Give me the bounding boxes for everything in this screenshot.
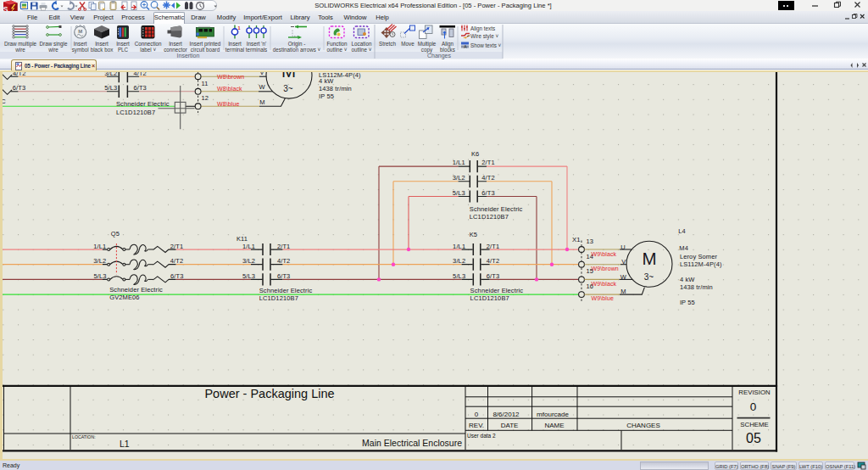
svg-text:W9\blue: W9\blue [592, 295, 614, 301]
svg-text:0: 0 [475, 411, 479, 418]
svg-text:1438 tr/min: 1438 tr/min [319, 85, 352, 92]
svg-text:6/T3: 6/T3 [133, 84, 147, 92]
svg-text:X1: X1 [572, 236, 581, 243]
svg-text:Schneider Electric: Schneider Electric [116, 100, 170, 108]
svg-text:label ˅: label ˅ [140, 47, 156, 53]
svg-text:LC1D1210B7: LC1D1210B7 [470, 294, 509, 302]
svg-text:LOCATION:: LOCATION: [72, 434, 96, 439]
svg-text:destination arrows ˅: destination arrows ˅ [273, 47, 321, 53]
svg-text:11: 11 [202, 80, 209, 87]
svg-text:LC1D1210B7: LC1D1210B7 [259, 294, 298, 302]
svg-text:PLC: PLC [118, 47, 129, 53]
svg-text:Changes: Changes [427, 53, 452, 59]
svg-text:Insertion: Insertion [177, 53, 200, 59]
svg-text:terminals: terminals [246, 47, 268, 53]
svg-text:GV2ME06: GV2ME06 [109, 294, 139, 301]
svg-text:LC1D1210B7: LC1D1210B7 [470, 213, 509, 221]
svg-text:outline ˅: outline ˅ [327, 47, 348, 53]
svg-text:3/L2: 3/L2 [93, 257, 106, 265]
svg-text:W9\brown: W9\brown [592, 266, 619, 271]
svg-text:8/6/2012: 8/6/2012 [492, 411, 520, 418]
svg-text:outline ˅: outline ˅ [352, 47, 372, 53]
svg-text:blocks: blocks [440, 47, 455, 53]
svg-text:Leroy Somer: Leroy Somer [680, 253, 718, 260]
svg-text:1/L1: 1/L1 [242, 243, 255, 250]
svg-text:Align texts: Align texts [470, 25, 495, 32]
svg-text:05: 05 [746, 431, 761, 445]
svg-text:connector: connector [164, 47, 187, 53]
svg-text:2/T1: 2/T1 [277, 243, 291, 250]
svg-text:1/L1: 1/L1 [453, 159, 465, 166]
svg-text:REV.: REV. [469, 422, 484, 429]
svg-text:Schneider Electric: Schneider Electric [470, 287, 524, 294]
svg-text:User data 2: User data 2 [467, 433, 496, 439]
svg-text:U: U [620, 243, 626, 251]
svg-text:4/T2: 4/T2 [487, 257, 500, 265]
svg-text:3~: 3~ [283, 84, 293, 93]
svg-text:4 kW: 4 kW [319, 77, 334, 85]
svg-text:W: W [620, 273, 627, 281]
svg-text:4/T2: 4/T2 [13, 72, 26, 77]
svg-text:W8\black: W8\black [217, 86, 242, 92]
svg-text:1/L1: 1/L1 [93, 243, 106, 250]
svg-text:3/L2: 3/L2 [453, 174, 465, 182]
svg-text:K6: K6 [471, 150, 479, 158]
svg-text:M: M [642, 249, 656, 268]
svg-text:4/T2: 4/T2 [133, 72, 147, 77]
svg-text:3/L2: 3/L2 [242, 257, 255, 265]
svg-text:L1: L1 [120, 439, 130, 449]
svg-text:M4: M4 [679, 244, 688, 252]
svg-text:4 kW: 4 kW [680, 276, 695, 283]
svg-text:M: M [620, 288, 626, 295]
svg-text:13: 13 [587, 238, 594, 245]
svg-text:4/T2: 4/T2 [277, 257, 291, 265]
svg-text:mfourcade: mfourcade [537, 411, 569, 418]
svg-text:2/T1: 2/T1 [170, 243, 184, 250]
svg-text:5/L3: 5/L3 [104, 84, 117, 92]
svg-text:circuit board: circuit board [191, 47, 220, 53]
svg-text:IP 55: IP 55 [680, 299, 695, 306]
svg-text:W9\black: W9\black [592, 281, 617, 287]
svg-text:5/L3: 5/L3 [242, 272, 255, 280]
svg-text:SCHEME: SCHEME [740, 421, 768, 428]
svg-text:K5: K5 [470, 231, 477, 238]
svg-text:LS112M-4P(4): LS112M-4P(4) [680, 260, 722, 268]
svg-text:NAME: NAME [544, 422, 564, 429]
svg-text:1438 tr/min: 1438 tr/min [680, 283, 713, 291]
svg-text:Q5: Q5 [111, 230, 120, 238]
svg-text:wire: wire [14, 47, 25, 53]
svg-text:Schneider Electric: Schneider Electric [109, 286, 163, 294]
svg-text:3/L2: 3/L2 [453, 257, 465, 265]
svg-text:wire: wire [47, 47, 58, 53]
svg-text:LC1D1210B7: LC1D1210B7 [116, 109, 155, 116]
svg-text:Show texts ˅: Show texts ˅ [470, 42, 502, 48]
svg-text:Move: Move [401, 41, 415, 47]
svg-text:W: W [259, 83, 266, 91]
svg-text:5/L3: 5/L3 [453, 189, 465, 197]
svg-text:1/L1: 1/L1 [453, 243, 465, 250]
svg-text:2/T1: 2/T1 [481, 159, 495, 166]
svg-text:6/T3: 6/T3 [170, 272, 184, 280]
svg-text:5/L3: 5/L3 [94, 272, 107, 280]
svg-text:6/T3: 6/T3 [487, 272, 500, 280]
svg-text:Stretch: Stretch [379, 41, 396, 47]
svg-text:W9\black: W9\black [592, 251, 617, 257]
svg-text:Wire style ˅: Wire style ˅ [470, 33, 498, 40]
svg-text:M: M [281, 72, 296, 81]
svg-text:M: M [78, 29, 82, 34]
svg-text:W8\brown: W8\brown [217, 74, 244, 80]
svg-text:C: C [3, 98, 6, 105]
svg-text:Schneider Electric: Schneider Electric [259, 287, 313, 294]
svg-text:symbol: symbol [72, 47, 89, 53]
svg-text:L4: L4 [678, 227, 686, 235]
svg-text:3~: 3~ [644, 272, 654, 282]
svg-text:DATE: DATE [501, 422, 519, 429]
svg-text:V: V [260, 72, 264, 76]
svg-text:6/T3: 6/T3 [277, 272, 291, 280]
svg-text:W8\blue: W8\blue [217, 101, 239, 107]
svg-text:IP 55: IP 55 [319, 92, 334, 100]
svg-text:black box: black box [91, 47, 114, 53]
svg-text:1: 1 [238, 25, 241, 31]
svg-text:CHANGES: CHANGES [626, 422, 660, 429]
svg-text:REVISION: REVISION [738, 389, 770, 396]
